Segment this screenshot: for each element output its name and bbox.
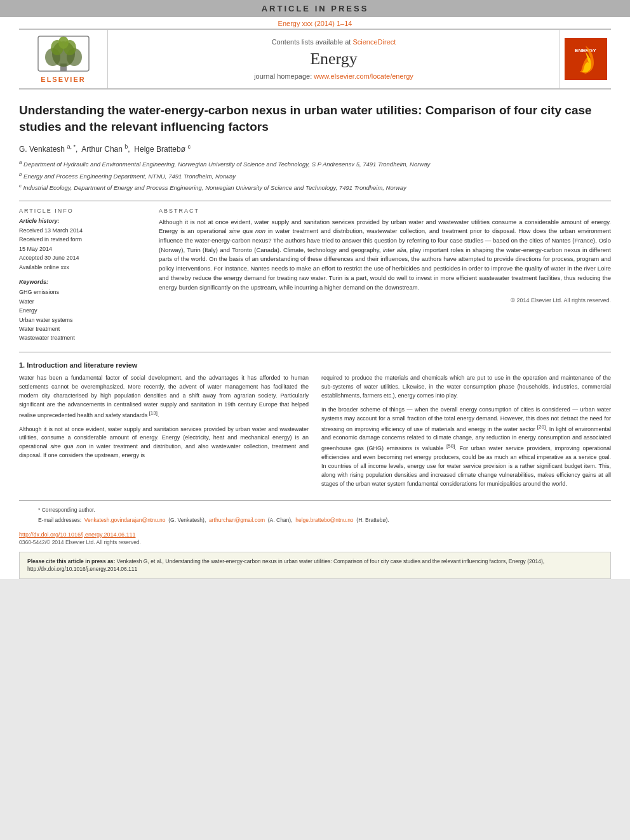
- article-info-abstract: ARTICLE INFO Article history: Received 1…: [19, 208, 611, 343]
- divider-2: [19, 352, 611, 352]
- journal-ref-line: Energy xxx (2014) 1–14: [0, 17, 630, 29]
- section1-para1: Water has been a fundamental factor of s…: [19, 374, 309, 420]
- sciencedirect-prefix: Contents lists available at: [272, 38, 353, 46]
- affiliation-b: b Energy and Process Engineering Departm…: [19, 171, 611, 181]
- keywords-section: Keywords: GHG emissions Water Energy Urb…: [19, 279, 146, 342]
- author-3: Helge Brattebø c: [134, 145, 191, 154]
- authors-line: G. Venkatesh a, *, Arthur Chan b, Helge …: [19, 143, 611, 154]
- sciencedirect-label: ScienceDirect: [352, 38, 396, 46]
- article-history: Article history: Received 13 March 2014 …: [19, 218, 146, 272]
- keyword-3: Energy: [19, 306, 146, 315]
- homepage-link[interactable]: www.elsevier.com/locate/energy: [314, 72, 413, 80]
- section1-para3: required to produce the materials and ch…: [321, 374, 611, 401]
- journal-ref-text: Energy xxx (2014) 1–14: [278, 20, 352, 27]
- keyword-4: Urban water systems: [19, 316, 146, 324]
- email-line: E-mail addresses: Venkatesh.govindarajan…: [38, 516, 592, 524]
- divider-1: [19, 201, 611, 201]
- keyword-1: GHG emissions: [19, 288, 146, 297]
- energy-logo-section: ENERGY: [560, 30, 611, 88]
- email-link-3[interactable]: helge.brattebo@ntnu.no: [295, 517, 353, 523]
- accepted-date: Accepted 30 June 2014: [19, 254, 146, 262]
- body-content: 1. Introduction and literature review Wa…: [0, 355, 630, 500]
- based-on-text: based on: [493, 237, 518, 244]
- energy-logo-svg: ENERGY: [568, 41, 603, 76]
- affiliation-c: c Industrial Ecology, Department of Ener…: [19, 182, 611, 192]
- journal-header: ELSEVIER Contents lists available at Sci…: [19, 29, 611, 90]
- article-info-label: ARTICLE INFO: [19, 208, 146, 214]
- homepage-line: journal homepage: www.elsevier.com/locat…: [254, 72, 413, 80]
- author-2: Arthur Chan b,: [81, 145, 132, 154]
- copyright-line: © 2014 Elsevier Ltd. All rights reserved…: [159, 297, 611, 303]
- svg-point-6: [58, 36, 69, 49]
- article-info-col: ARTICLE INFO Article history: Received 1…: [19, 208, 146, 343]
- article-title: Understanding the water-energy-carbon ne…: [19, 102, 611, 135]
- citation-text: Please cite this article in press as: Ve…: [27, 558, 544, 573]
- email-link-1[interactable]: Venkatesh.govindarajan@ntnu.no: [84, 517, 166, 523]
- received-date: Received 13 March 2014: [19, 227, 146, 235]
- elsevier-tree-icon: [35, 35, 92, 73]
- elsevier-label: ELSEVIER: [41, 76, 85, 83]
- corresponding-note: * Corresponding author.: [38, 506, 592, 514]
- received-revised-label: Received in revised form: [19, 236, 146, 244]
- sciencedirect-line: Contents lists available at ScienceDirec…: [272, 38, 396, 46]
- page-wrapper: ARTICLE IN PRESS Energy xxx (2014) 1–14 …: [0, 0, 630, 579]
- affiliation-a: a Department of Hydraulic and Environmen…: [19, 159, 611, 169]
- journal-center: Contents lists available at ScienceDirec…: [108, 30, 560, 88]
- elsevier-logo-section: ELSEVIER: [19, 30, 108, 88]
- journal-name-header: Energy: [310, 50, 358, 69]
- abstract-label: ABSTRACT: [159, 208, 611, 214]
- footnotes-area: * Corresponding author. E-mail addresses…: [19, 500, 611, 529]
- email-link-2[interactable]: arthurchan@gmail.com: [209, 517, 265, 523]
- section1-right: required to produce the materials and ch…: [321, 374, 611, 494]
- revised-date: 15 May 2014: [19, 245, 146, 253]
- energy-logo-box: ENERGY: [565, 38, 607, 81]
- doi-line: http://dx.doi.org/10.1016/j.energy.2014.…: [19, 531, 611, 538]
- history-label: Article history:: [19, 218, 146, 224]
- homepage-url: www.elsevier.com/locate/energy: [314, 72, 413, 80]
- section1-left: Water has been a fundamental factor of s…: [19, 374, 309, 494]
- abstract-col: ABSTRACT Although it is not at once evid…: [159, 208, 611, 343]
- keyword-6: Wastewater treatment: [19, 333, 146, 342]
- keyword-2: Water: [19, 297, 146, 306]
- sciencedirect-link[interactable]: ScienceDirect: [352, 38, 396, 46]
- author-1: G. Venkatesh a, *,: [19, 145, 80, 154]
- article-in-press-banner: ARTICLE IN PRESS: [0, 0, 630, 17]
- available-online: Available online xxx: [19, 263, 146, 272]
- main-content: Understanding the water-energy-carbon ne…: [0, 90, 630, 349]
- issn-line: 0360-5442/© 2014 Elsevier Ltd. All right…: [19, 539, 611, 545]
- section1-para4: In the broader scheme of things — when t…: [321, 406, 611, 489]
- affiliations: a Department of Hydraulic and Environmen…: [19, 159, 611, 192]
- citation-box: Please cite this article in press as: Ve…: [19, 552, 611, 580]
- doi-link[interactable]: http://dx.doi.org/10.1016/j.energy.2014.…: [19, 531, 135, 538]
- abstract-text: Although it is not at once evident, wate…: [159, 218, 611, 293]
- section1-para2: Although it is not at once evident, wate…: [19, 425, 309, 461]
- doi-text: http://dx.doi.org/10.1016/j.energy.2014.…: [19, 531, 135, 538]
- section1-body: Water has been a fundamental factor of s…: [19, 374, 611, 494]
- section1-heading: 1. Introduction and literature review: [19, 361, 611, 369]
- banner-text: ARTICLE IN PRESS: [262, 4, 369, 13]
- homepage-prefix: journal homepage:: [254, 72, 314, 80]
- keywords-label: Keywords:: [19, 279, 146, 285]
- keyword-5: Water treatment: [19, 324, 146, 333]
